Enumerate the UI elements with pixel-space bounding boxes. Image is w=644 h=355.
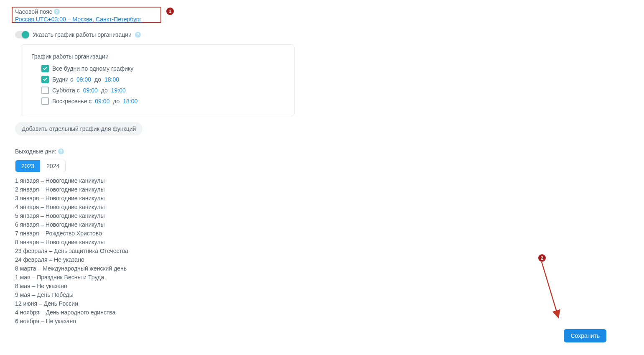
same-weekdays-label: Все будни по одному графику [52, 65, 133, 72]
checkbox-sunday[interactable] [41, 97, 49, 105]
timezone-value-link[interactable]: Россия UTC+03:00 – Москва, Санкт-Петербу… [15, 16, 142, 23]
schedule-card: График работы организации Все будни по о… [21, 44, 295, 116]
holiday-item: 12 июня – День России [15, 299, 629, 308]
help-icon[interactable]: ? [58, 148, 64, 154]
holiday-item: 9 мая – День Победы [15, 291, 629, 299]
to-label: до [113, 98, 120, 105]
toggle-knob [22, 31, 29, 38]
year-tabs: 2023 2024 [15, 160, 66, 172]
check-icon [43, 77, 48, 82]
weekdays-to-time[interactable]: 18:00 [104, 76, 119, 83]
saturday-from-time[interactable]: 09:00 [83, 87, 98, 94]
sunday-label: Воскресенье с [52, 98, 92, 105]
checkbox-weekdays[interactable] [41, 76, 49, 83]
help-icon[interactable]: ? [135, 32, 141, 38]
holiday-item: 1 января – Новогодние каникулы [15, 176, 629, 185]
check-icon [43, 66, 48, 71]
checkbox-saturday[interactable] [41, 87, 49, 94]
holiday-item: 24 февраля – Не указано [15, 255, 629, 264]
checkbox-same-weekdays[interactable] [41, 65, 49, 72]
schedule-toggle[interactable] [15, 31, 29, 38]
add-function-schedule-button[interactable]: Добавить отдельный график для функций [15, 122, 143, 135]
holiday-item: 1 мая – Праздник Весны и Труда [15, 273, 629, 282]
to-label: до [94, 76, 101, 83]
holiday-item: 2 января – Новогодние каникулы [15, 185, 629, 194]
timezone-label: Часовой пояс [15, 8, 52, 15]
holiday-item: 7 января – Рождество Христово [15, 229, 629, 238]
to-label: до [101, 87, 108, 94]
holiday-item: 8 января – Новогодние каникулы [15, 238, 629, 247]
saturday-label: Суббота с [52, 87, 80, 94]
saturday-to-time[interactable]: 19:00 [111, 87, 126, 94]
weekdays-from-time[interactable]: 09:00 [76, 76, 91, 83]
schedule-toggle-label: Указать график работы организации [33, 31, 132, 38]
holiday-item: 6 ноября – Не указано [15, 317, 629, 326]
holiday-item: 23 февраля – День защитника Отечества [15, 247, 629, 255]
year-tab-2024[interactable]: 2024 [40, 160, 65, 172]
holiday-item: 4 ноября – День народного единства [15, 308, 629, 317]
holiday-item: 6 января – Новогодние каникулы [15, 220, 629, 229]
sunday-from-time[interactable]: 09:00 [95, 98, 109, 105]
weekdays-label: Будни с [52, 76, 73, 83]
save-button[interactable]: Сохранить [564, 329, 606, 342]
help-icon[interactable]: ? [54, 9, 60, 15]
holiday-item: 3 января – Новогодние каникулы [15, 194, 629, 203]
holiday-item: 5 января – Новогодние каникулы [15, 212, 629, 220]
holiday-item: 8 марта – Международный женский день [15, 264, 629, 273]
sunday-to-time[interactable]: 18:00 [123, 98, 137, 105]
holiday-item: 4 января – Новогодние каникулы [15, 203, 629, 212]
holiday-item: 8 мая – Не указано [15, 282, 629, 291]
holidays-label: Выходные дни: [15, 148, 56, 155]
holidays-list: 1 января – Новогодние каникулы2 января –… [15, 176, 629, 326]
schedule-title: График работы организации [31, 53, 284, 60]
year-tab-2023[interactable]: 2023 [15, 160, 40, 172]
